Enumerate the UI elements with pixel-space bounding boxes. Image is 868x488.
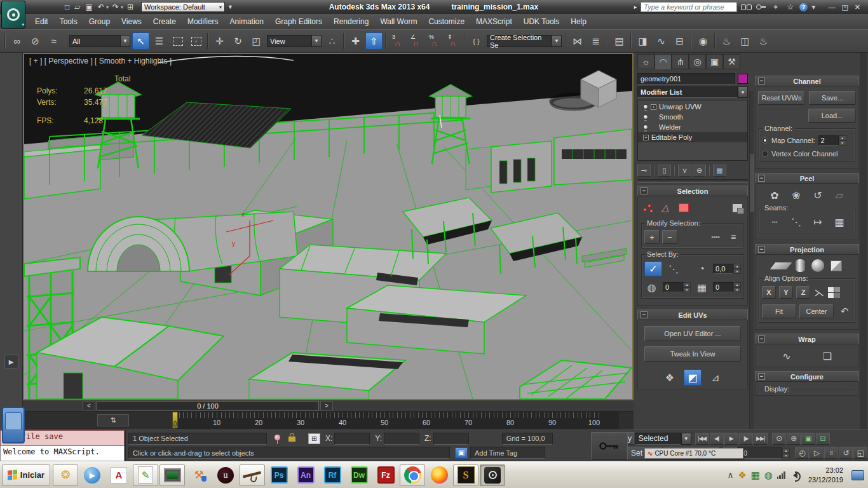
frame-spin-up[interactable]: ▲	[782, 448, 790, 453]
taskbar-app-chrome[interactable]	[400, 464, 425, 486]
select-and-scale-button[interactable]: ◰	[248, 32, 265, 50]
menu-udk-tools[interactable]: UDK Tools	[518, 15, 565, 28]
convert-edge-to-seam-icon[interactable]: ↦	[810, 215, 825, 229]
communication-center-icon[interactable]: ⌖	[770, 3, 781, 12]
spin-down[interactable]: ▼	[733, 287, 741, 292]
expand-plus-icon[interactable]: +	[651, 104, 656, 110]
spin-up[interactable]: ▲	[839, 135, 846, 140]
select-and-rotate-button[interactable]: ↻	[229, 32, 247, 50]
menu-graph-editors[interactable]: Graph Editors	[269, 15, 328, 28]
spin-down[interactable]: ▼	[839, 140, 846, 146]
tray-gold-app-icon[interactable]: ❖	[738, 470, 746, 481]
search-binoculars-icon[interactable]	[741, 3, 752, 12]
tray-network-globe-icon[interactable]: ◍	[764, 470, 773, 481]
menu-animation[interactable]: Animation	[224, 15, 269, 28]
select-and-manipulate-button[interactable]: ✚	[347, 32, 364, 50]
menu-maxscript[interactable]: MAXScript	[470, 15, 518, 28]
help-icon[interactable]: ?	[799, 3, 808, 11]
percent-snap-toggle[interactable]: %∩	[426, 32, 443, 50]
track-bar-playhead[interactable]: 0	[172, 412, 178, 428]
modifier-bulb-icon[interactable]	[643, 125, 648, 130]
select-by-matid-icon[interactable]: ▦	[695, 280, 709, 294]
taskbar-app-robohelp[interactable]: Rf	[320, 464, 345, 486]
go-to-start-button[interactable]: |◀◀	[695, 433, 709, 445]
undo-icon[interactable]: ↶	[97, 3, 105, 11]
zoom-extents-button[interactable]: ▣	[801, 433, 815, 445]
transform-type-in-icon[interactable]: ⊞	[308, 433, 320, 444]
use-pivot-point-center-button[interactable]: ∴	[323, 32, 341, 50]
element-icon[interactable]	[733, 204, 742, 212]
fit-button[interactable]: Fit	[762, 304, 796, 318]
set-keys-button[interactable]	[591, 432, 628, 460]
taskbar-app-ak47[interactable]	[240, 464, 265, 486]
orbit-button[interactable]: ↺	[839, 447, 853, 459]
select-by-name-button[interactable]: ☰	[151, 32, 168, 50]
rectangular-selection-region-button[interactable]	[169, 32, 186, 50]
taskbar-clock[interactable]: 23:02 23/12/2019	[808, 466, 843, 485]
add-time-tag[interactable]: Add Time Tag	[470, 447, 545, 459]
smoothing-group-input[interactable]	[663, 282, 683, 292]
taskbar-app-tool-shield[interactable]: ⚒	[186, 464, 212, 486]
edit-seams-icon[interactable]: ┄	[767, 215, 782, 229]
schematic-view-button[interactable]: ⊟	[671, 32, 688, 50]
expand-plus-icon[interactable]: +	[643, 135, 649, 140]
previous-frame-button[interactable]: ◀|	[710, 433, 724, 445]
rollout-peel-header[interactable]: − Peel	[755, 173, 859, 184]
angle-snap-toggle[interactable]: ∠∩	[407, 32, 424, 50]
cylindrical-map-icon[interactable]	[796, 259, 805, 272]
edit-named-selection-sets-button[interactable]: { }	[468, 32, 485, 50]
load-uvws-button[interactable]: Load...	[808, 109, 856, 123]
taskbar-app-dreamweaver[interactable]: Dw	[346, 464, 372, 486]
stack-item-editable-poly[interactable]: + Editable Poly	[638, 132, 747, 142]
3dsmax-logo[interactable]: ▾	[1, 1, 25, 29]
curve-editor-button[interactable]: ∿	[653, 32, 670, 50]
align-to-axis-icon[interactable]: ⋋	[813, 285, 825, 299]
make-unique-button[interactable]: ⋎	[678, 165, 691, 177]
taskbar-app-3dsmax-active[interactable]	[480, 464, 505, 486]
sign-in-key-icon[interactable]	[756, 3, 766, 12]
selection-filter-dropdown[interactable]: All▼	[69, 35, 130, 47]
zoom-all-button[interactable]: ⊕	[787, 433, 801, 445]
stack-item-smooth[interactable]: Smooth	[638, 112, 747, 122]
box-map-icon[interactable]	[831, 261, 842, 271]
quick-peel-icon[interactable]: ◩	[684, 369, 702, 386]
workspace-flyout-icon[interactable]: ▼	[227, 4, 233, 10]
frame-spin-down[interactable]: ▼	[782, 453, 790, 458]
menu-help[interactable]: Help	[565, 15, 592, 28]
select-by-smoothing-group-icon[interactable]: ◍	[644, 280, 659, 294]
select-and-move-button[interactable]: ✛	[211, 32, 228, 50]
spherical-map-icon[interactable]	[811, 259, 824, 272]
rendered-frame-window-button[interactable]: ◫	[736, 32, 754, 50]
object-color-swatch[interactable]	[738, 74, 748, 84]
field-of-view-button[interactable]: ▷	[810, 447, 824, 459]
track-bar-ruler[interactable]: 0 10 20 30 40 50 60 70 80 90 100	[174, 412, 619, 430]
spinner-snap-toggle[interactable]: ⇕∩	[444, 32, 461, 50]
window-crossing-toggle[interactable]	[187, 32, 205, 50]
start-button[interactable]: Iniciar	[2, 464, 50, 486]
modifier-stack[interactable]: + Unwrap UVW Smooth Welder + Editable Po…	[637, 100, 748, 161]
taskbar-app-photoshop[interactable]: Ps	[266, 464, 292, 486]
panel-scrollbar[interactable]	[749, 91, 754, 430]
close-button[interactable]: ✕	[855, 3, 860, 11]
tray-green-grid-icon[interactable]: ▦	[751, 470, 760, 481]
walk-through-button[interactable]: ‼	[824, 447, 838, 459]
modifier-bulb-icon[interactable]	[643, 104, 648, 109]
next-frame-arrow[interactable]: >	[320, 401, 333, 410]
panel-splitter[interactable]	[637, 179, 748, 183]
infocenter-collapse-icon[interactable]: ▸	[634, 4, 637, 10]
reset-projection-icon[interactable]: ↶	[837, 304, 852, 318]
taskbar-app-firefox[interactable]	[426, 464, 452, 486]
menu-wall-worm[interactable]: Wall Worm	[374, 15, 423, 28]
pin-stack-button[interactable]: ⊸	[637, 165, 651, 177]
tab-hierarchy[interactable]: ⋔	[672, 54, 689, 69]
modifier-bulb-icon[interactable]	[643, 114, 648, 119]
track-bar[interactable]: ⇅ 0 10 20 30 40 50 60 70 80 90 100	[23, 412, 634, 430]
save-file-icon[interactable]: ▣	[84, 3, 93, 11]
unlink-selection-button[interactable]: ⊘	[27, 32, 44, 50]
menu-customize[interactable]: Customize	[423, 15, 470, 28]
play-animation-button[interactable]: ▶	[724, 433, 738, 445]
show-desktop-button[interactable]	[851, 470, 864, 480]
menu-modifiers[interactable]: Modifiers	[182, 15, 224, 28]
restore-button[interactable]: ◳	[841, 3, 848, 11]
tab-create[interactable]: ☼	[637, 54, 654, 69]
